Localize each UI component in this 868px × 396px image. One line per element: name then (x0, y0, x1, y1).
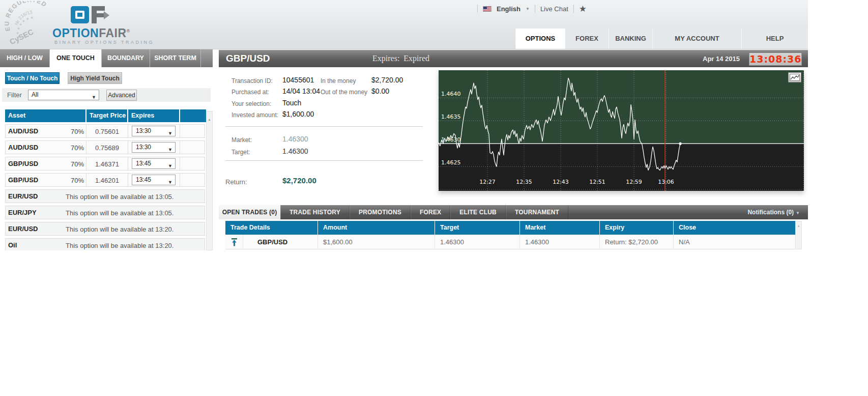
asset-payout: 70% (60, 160, 84, 168)
market-label: Market: (232, 136, 252, 144)
expiry-select[interactable]: 13:45▼ (132, 158, 176, 169)
in-money-label: In the money (321, 77, 356, 84)
divider (477, 5, 478, 13)
badge-cysec: CySEC (8, 27, 35, 46)
asset-price: 1.46201 (95, 177, 119, 184)
asset-row-unavailable: Oil This option will be available at 13:… (5, 238, 205, 250)
high-yield-touch-button[interactable]: High Yield Touch (68, 72, 122, 84)
trade-target: 1.46300 (435, 235, 520, 249)
target-value: 1.46300 (282, 147, 308, 155)
tab-trade-history[interactable]: TRADE HISTORY (280, 205, 350, 219)
asset-row[interactable]: AUD/USD 70% 0.75689 13:30▼ (5, 140, 205, 154)
divider (225, 160, 423, 161)
asset-row[interactable]: AUD/USD 70% 0.75601 13:30▼ (5, 124, 205, 138)
scroll-up-icon[interactable]: ▲ (796, 221, 801, 228)
asset-list-scrollbar[interactable]: ▲ (206, 111, 213, 250)
svg-text:12:59: 12:59 (626, 179, 642, 185)
language-selector[interactable]: English (497, 5, 520, 13)
selection-value: Touch (282, 99, 301, 107)
asset-name: GBP/USD (8, 160, 38, 167)
nav-tab-my-account[interactable]: MY ACCOUNT (652, 29, 741, 49)
asset-row-unavailable: EUR/USD This option will be available at… (5, 222, 205, 236)
asset-name: AUD/USD (8, 127, 38, 135)
expiry-select[interactable]: 13:30▼ (132, 126, 176, 136)
trade-close: N/A (674, 235, 795, 249)
trade-header: GBP/USD Expires: Expired Apr 14 2015 13:… (219, 50, 808, 67)
open-trade-row[interactable]: GBP/USD $1,600.00 1.46300 1.46300 Return… (225, 235, 795, 249)
out-money-label: Out of the money (321, 89, 367, 96)
asset-list-panel: Touch / No Touch High Yield Touch Filter… (0, 67, 213, 250)
expiry-value: 13:30 (136, 144, 151, 151)
availability-message: This option will be available at 13:05. (66, 193, 173, 201)
expires-status: Expires: Expired (372, 54, 429, 63)
asset-row[interactable]: GBP/USD 70% 1.46371 13:45▼ (5, 157, 205, 171)
utility-bar: English ▼ Live Chat ★ (477, 3, 587, 15)
col-asset: Asset (5, 109, 85, 122)
nav-tab-banking[interactable]: BANKING (609, 29, 652, 49)
notifications-dropdown[interactable]: Notifications (0)▼ (747, 205, 800, 220)
nav-tab-forex[interactable]: FOREX (565, 29, 609, 49)
favorite-star-icon[interactable]: ★ (579, 4, 587, 14)
trade-amount: $1,600.00 (318, 235, 435, 249)
current-time: 13:08:36 (749, 52, 802, 66)
tab-tournament[interactable]: TOURNAMENT (506, 205, 568, 219)
tab-elite-club[interactable]: ELITE CLUB (450, 205, 506, 219)
asset-table-header: Asset Target Price Expires (5, 109, 206, 122)
live-chat-link[interactable]: Live Chat (540, 5, 568, 13)
in-money-value: $2,720.00 (371, 76, 403, 84)
selection-label: Your selection: (232, 100, 271, 107)
bottom-tab-bar: OPEN TRADES (0) TRADE HISTORY PROMOTIONS… (219, 205, 808, 219)
trade-pair-title: GBP/USD (226, 53, 270, 64)
brand-fair: FAIR (99, 26, 126, 40)
chevron-down-icon: ▼ (92, 93, 96, 102)
asset-name: GBP/USD (8, 176, 38, 184)
col-trade-details: Trade Details (225, 221, 318, 235)
touch-up-icon (230, 238, 238, 246)
open-trades-scrollbar[interactable]: ▲ (795, 221, 802, 249)
asset-row[interactable]: GBP/USD 70% 1.46201 13:45▼ (5, 173, 205, 187)
tab-high-low[interactable]: HIGH / LOW (0, 49, 50, 67)
tab-forex[interactable]: FOREX (411, 205, 450, 219)
advanced-button[interactable]: Advanced (106, 90, 137, 101)
chevron-down-icon: ▼ (168, 145, 172, 155)
asset-payout: 70% (60, 177, 84, 184)
nav-tab-options[interactable]: OPTIONS (515, 29, 565, 49)
trading-app: EU REGULATED № 216/13 ★ ★ ★ ★ ★ ★ ★ CySE… (0, 0, 808, 250)
svg-text:12:35: 12:35 (516, 179, 532, 185)
filter-value: All (32, 91, 38, 98)
line-chart-icon (790, 74, 800, 81)
divider (535, 5, 535, 13)
brand-tagline: BINARY OPTIONS TRADING (54, 40, 154, 45)
transaction-id-label: Transaction ID: (232, 77, 273, 84)
registered-mark: ® (127, 29, 130, 34)
price-chart: 1.46401.46351.46301.462512:2712:3512:431… (439, 70, 804, 191)
tab-open-trades[interactable]: OPEN TRADES (0) (219, 205, 280, 219)
availability-message: This option will be available at 13:20. (66, 225, 173, 233)
chevron-down-icon[interactable]: ▼ (526, 7, 530, 11)
scroll-up-icon[interactable]: ▲ (207, 111, 212, 121)
tab-one-touch[interactable]: ONE TOUCH (50, 49, 102, 67)
expiry-select[interactable]: 13:30▼ (132, 142, 176, 153)
asset-name: EUR/JPY (8, 209, 37, 216)
asset-name: Oil (8, 241, 17, 249)
optionfair-logo: EU REGULATED № 216/13 ★ ★ ★ ★ ★ ★ ★ CySE… (4, 1, 157, 48)
tab-boundary[interactable]: BOUNDARY (102, 49, 150, 67)
main-nav: OPTIONS FOREX BANKING MY ACCOUNT HELP (515, 29, 808, 49)
chevron-down-icon: ▼ (168, 129, 172, 138)
trade-expiry: Return: $2,720.00 (600, 235, 674, 249)
tab-promotions[interactable]: PROMOTIONS (350, 205, 411, 219)
touch-no-touch-button[interactable]: Touch / No Touch (5, 72, 60, 84)
svg-text:1.4635: 1.4635 (441, 114, 461, 120)
asset-payout: 70% (60, 128, 84, 135)
expires-label: Expires: (372, 54, 399, 63)
chart-type-button[interactable] (788, 72, 801, 82)
col-target: Target (435, 221, 520, 235)
tab-short-term[interactable]: SHORT TERM (150, 49, 201, 67)
expiry-value: 13:30 (136, 127, 151, 134)
nav-tab-help[interactable]: HELP (741, 29, 808, 49)
asset-price: 0.75689 (95, 144, 119, 152)
filter-select[interactable]: All▼ (28, 90, 99, 100)
expiry-select[interactable]: 13:45▼ (132, 175, 176, 185)
divider (225, 126, 423, 127)
svg-text:12:51: 12:51 (589, 179, 605, 185)
